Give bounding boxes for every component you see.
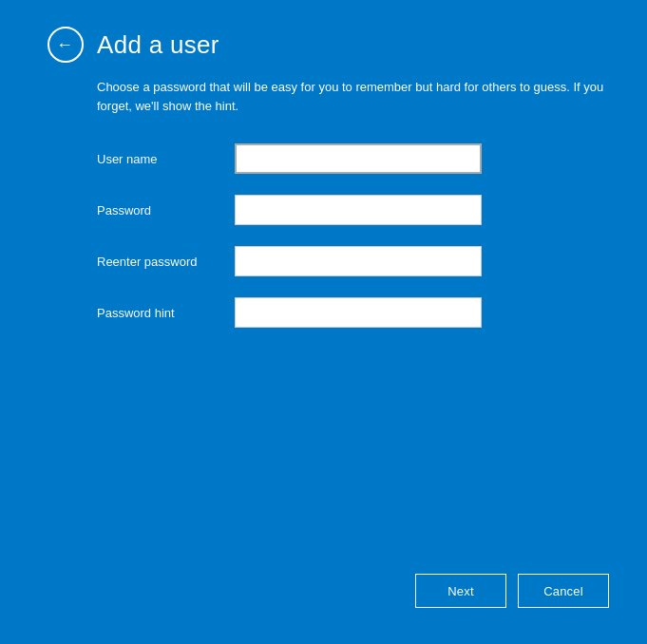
username-input[interactable] (235, 143, 482, 174)
password-input[interactable] (235, 195, 482, 225)
username-row: User name (97, 143, 609, 174)
header: ← Add a user (48, 27, 609, 63)
description-text: Choose a password that will be easy for … (97, 78, 609, 115)
password-hint-row: Password hint (97, 297, 609, 328)
button-row: Next Cancel (48, 574, 609, 617)
cancel-button[interactable]: Cancel (518, 574, 609, 608)
back-button[interactable]: ← (48, 27, 84, 63)
reenter-password-label: Reenter password (97, 255, 235, 269)
password-label: Password (97, 203, 235, 218)
reenter-password-input[interactable] (235, 246, 482, 276)
spacer (48, 349, 609, 574)
next-button[interactable]: Next (415, 574, 506, 608)
password-row: Password (97, 195, 609, 225)
page-title: Add a user (97, 30, 219, 60)
back-arrow-icon: ← (56, 36, 73, 53)
username-label: User name (97, 152, 235, 166)
form-section: User name Password Reenter password Pass… (97, 143, 609, 349)
reenter-password-row: Reenter password (97, 246, 609, 276)
password-hint-input[interactable] (235, 297, 482, 328)
page-container: ← Add a user Choose a password that will… (0, 0, 647, 644)
password-hint-label: Password hint (97, 306, 235, 320)
